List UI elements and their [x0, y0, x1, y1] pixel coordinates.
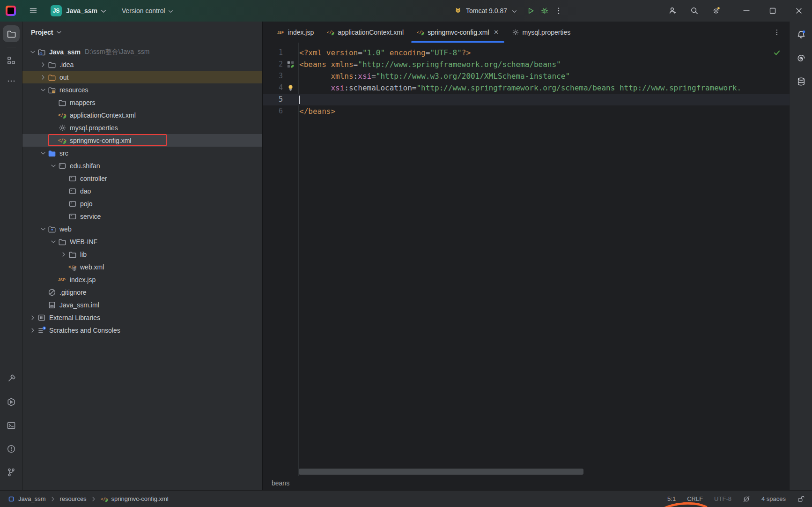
database-button[interactable] — [793, 73, 810, 90]
run-configuration-widget[interactable]: Tomcat 9.0.87 — [454, 7, 518, 15]
tree-item-mappers[interactable]: mappers — [22, 96, 262, 109]
bell-icon — [797, 30, 806, 39]
vcs-widget[interactable]: Version control — [122, 7, 174, 15]
structure-tool-window-button[interactable] — [3, 52, 20, 69]
tree-item-index-jsp[interactable]: JSPindex.jsp — [22, 273, 262, 286]
line-separator-widget[interactable]: CRLF — [687, 495, 703, 502]
problems-button[interactable] — [3, 440, 20, 457]
tree-item-springmvc-config-xml[interactable]: </>springmvc-config.xml — [22, 134, 262, 147]
status-crumb-springmvc-config-xml[interactable]: springmvc-config.xml — [111, 495, 169, 502]
chevron-right-icon[interactable] — [59, 251, 68, 258]
chevron-down-icon[interactable] — [38, 86, 48, 94]
indent-widget[interactable]: 4 spaces — [761, 495, 786, 502]
chevron-right-icon[interactable] — [28, 327, 37, 334]
project-widget-label: Java_ssm — [66, 7, 97, 15]
tree-item-controller[interactable]: controller — [22, 172, 262, 185]
main-menu-button[interactable] — [26, 4, 40, 18]
chevron-down-icon[interactable] — [28, 48, 37, 56]
tree-item-label: Java_ssm.iml — [59, 301, 99, 309]
minimize-button[interactable] — [733, 0, 760, 22]
project-panel-header[interactable]: Project — [22, 22, 262, 43]
tree-item-scratches-and-consoles[interactable]: Scratches and Consoles — [22, 324, 262, 336]
project-widget[interactable]: JS Java_ssm — [49, 4, 110, 18]
tree-item-lib[interactable]: lib — [22, 248, 262, 261]
ai-assistant-button[interactable] — [793, 50, 810, 67]
tree-item-pojo[interactable]: pojo — [22, 197, 262, 210]
tree-item-out[interactable]: out — [22, 71, 262, 83]
tree-item-gitignore[interactable]: .gitignore — [22, 286, 262, 298]
chevron-down-icon[interactable] — [49, 162, 58, 170]
tree-item-label: springmvc-config.xml — [70, 137, 131, 144]
chevron-slot — [49, 112, 58, 119]
tab-mysql-properties[interactable]: mysql.properties — [505, 22, 577, 43]
more-run-options-button[interactable] — [552, 4, 566, 18]
search-everywhere-button[interactable] — [687, 4, 701, 18]
chevron-down-icon[interactable] — [49, 238, 58, 246]
breadcrumb-beans[interactable]: beans — [272, 479, 289, 487]
chevron-right-icon[interactable] — [38, 61, 48, 68]
title-bar: JS Java_ssm Version control Tomcat 9.0.8… — [0, 0, 812, 22]
status-crumb-java-ssm[interactable]: Java_ssm — [18, 495, 46, 502]
code-text: </beans> — [298, 105, 335, 117]
tree-item-web-inf[interactable]: WEB-INF — [22, 235, 262, 248]
tree-item-applicationcontext-xml[interactable]: </>applicationContext.xml — [22, 109, 262, 121]
more-tool-windows-button[interactable] — [3, 73, 20, 89]
status-widgets: 5:1 CRLF UTF-8 4 spaces — [667, 495, 805, 503]
notifications-button[interactable] — [793, 26, 810, 43]
chevron-right-icon[interactable] — [28, 314, 37, 321]
chevron-down-icon — [167, 8, 174, 15]
chevron-down-icon[interactable] — [38, 225, 48, 233]
tab-index-jsp[interactable]: JSPindex.jsp — [271, 22, 320, 43]
chevron-down-icon[interactable] — [38, 149, 48, 157]
status-crumb-resources[interactable]: resources — [60, 495, 87, 502]
build-button[interactable] — [3, 370, 20, 387]
tree-item-web-xml[interactable]: </>web.xml — [22, 261, 262, 273]
lock-open-icon[interactable] — [797, 495, 805, 503]
package-icon — [68, 174, 77, 183]
tree-item-resources[interactable]: resources — [22, 83, 262, 96]
debug-button[interactable] — [538, 4, 552, 18]
settings-button[interactable] — [709, 4, 723, 18]
terminal-button[interactable] — [3, 417, 20, 434]
tree-item-idea[interactable]: .idea — [22, 58, 262, 71]
tree-item-dao[interactable]: dao — [22, 185, 262, 197]
tree-item-web[interactable]: web — [22, 223, 262, 235]
tree-item-label: controller — [80, 175, 107, 182]
maximize-button[interactable] — [760, 0, 786, 22]
close-tab-icon[interactable]: × — [494, 28, 499, 36]
code-with-me-button[interactable] — [666, 4, 680, 18]
spring-beans-icon[interactable] — [283, 59, 298, 70]
horizontal-scrollbar[interactable] — [299, 469, 583, 475]
highlighting-level-icon[interactable] — [743, 495, 750, 503]
tree-item-external-libraries[interactable]: External Libraries — [22, 311, 262, 324]
tree-item-java-ssm[interactable]: Java_ssmD:\ssm整合\Java_ssm — [22, 45, 262, 58]
code-line-6: 6</beans> — [263, 105, 790, 117]
close-button[interactable] — [786, 0, 812, 22]
tree-item-edu-shifan[interactable]: edu.shifan — [22, 159, 262, 172]
tab-label: springmvc-config.xml — [428, 29, 489, 36]
folder-orange-icon — [48, 73, 56, 82]
run-button[interactable] — [524, 4, 538, 18]
bulb-icon[interactable] — [283, 82, 298, 94]
code-editor[interactable]: 1<?xml version="1.0" encoding="UTF-8"?>2… — [263, 43, 790, 476]
tree-item-path: D:\ssm整合\Java_ssm — [85, 48, 149, 56]
more-tabs-button[interactable] — [771, 26, 783, 38]
line-number: 3 — [263, 70, 283, 82]
chevron-right-icon[interactable] — [38, 74, 48, 81]
tree-item-label: web — [59, 225, 72, 233]
project-tool-window-button[interactable] — [3, 25, 20, 42]
tab-springmvc-config-xml[interactable]: </>springmvc-config.xml× — [410, 22, 505, 43]
caret-position-widget[interactable]: 5:1 — [667, 495, 676, 502]
code-line-2: 2<beans xmlns="http://www.springframewor… — [263, 59, 790, 70]
chevron-slot — [49, 99, 58, 106]
encoding-widget[interactable]: UTF-8 — [714, 495, 731, 502]
folder-icon — [68, 250, 77, 259]
services-button[interactable] — [3, 394, 20, 410]
tree-item-service[interactable]: service — [22, 210, 262, 223]
chevron-slot — [49, 276, 58, 283]
tab-applicationcontext-xml[interactable]: </>applicationContext.xml — [320, 22, 410, 43]
tree-item-src[interactable]: src — [22, 147, 262, 159]
tree-item-java-ssm-iml[interactable]: Java_ssm.iml — [22, 298, 262, 311]
version-control-button[interactable] — [3, 464, 20, 481]
tree-item-mysql-properties[interactable]: mysql.properties — [22, 121, 262, 134]
